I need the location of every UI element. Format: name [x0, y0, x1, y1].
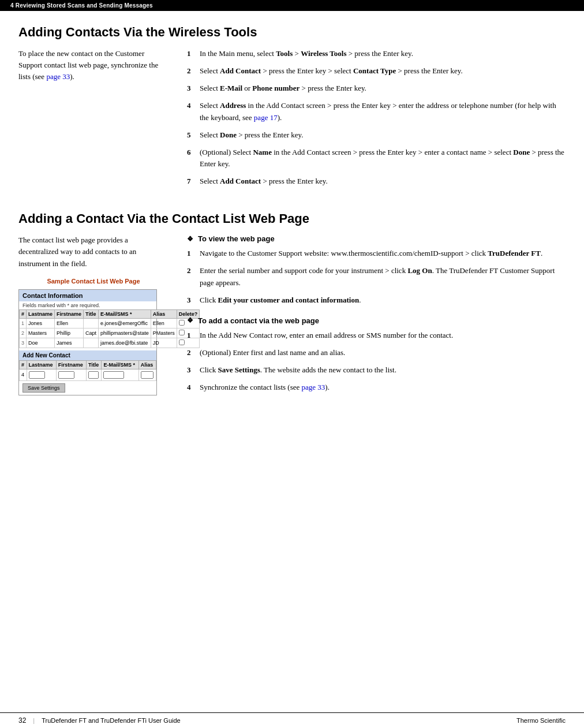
section1-left-end: ). — [70, 72, 74, 81]
col-email: E-Mail/SMS * — [99, 309, 151, 318]
add-col-email: E-Mail/SMS * — [102, 360, 138, 369]
table-row: 3 Doe James james.doe@fbi.state JD — [20, 338, 200, 348]
save-settings-button[interactable]: Save Settings — [23, 383, 65, 393]
page-header: 4 Reviewing Stored Scans and Sending Mes… — [0, 0, 584, 11]
section1-cols: To place the new contact on the Customer… — [18, 48, 566, 193]
section2-left: The contact list web page provides a dec… — [18, 234, 169, 399]
add-step-4: 4 Synchronize the contact lists (see pag… — [187, 382, 566, 393]
section2: Adding a Contact Via the Contact List We… — [18, 211, 566, 399]
view-step-1: 1 Navigate to the Customer Support websi… — [187, 248, 566, 259]
guide-title: TruDefender FT and TruDefender FTi User … — [42, 717, 180, 724]
table-row: 1 Jones Ellen e.jones@emergOffic Ellen — [20, 318, 200, 328]
step-5: 5 Select Done > press the Enter key. — [187, 129, 566, 141]
save-btn-container: Save Settings — [19, 381, 156, 395]
add-title-input[interactable] — [88, 371, 99, 379]
view-web-page-heading: To view the web page — [187, 234, 566, 243]
add-step-3: 3 Click Save Settings. The website adds … — [187, 364, 566, 376]
step-2: 2 Select Add Contact > press the Enter k… — [187, 65, 566, 77]
add-table-row: 4 — [20, 369, 156, 380]
add-contact-heading: To add a contact via the web page — [187, 316, 566, 325]
mock-caption: Sample Contact List Web Page — [18, 278, 169, 285]
col-title: Title — [84, 309, 99, 318]
view-step-3: 3 Click Edit your customer and contact i… — [187, 294, 566, 306]
content-area: Adding Contacts Via the Wireless Tools T… — [0, 11, 584, 712]
section2-right: To view the web page 1 Navigate to the C… — [187, 234, 566, 399]
col-alias: Alias — [151, 309, 177, 318]
mock-container: Sample Contact List Web Page Contact Inf… — [18, 278, 169, 395]
add-col-alias: Alias — [138, 360, 156, 369]
add-col-title: Title — [86, 360, 101, 369]
view-web-page-label: To view the web page — [198, 234, 275, 243]
header-text: 4 Reviewing Stored Scans and Sending Mes… — [10, 2, 153, 9]
col-num: # — [20, 309, 27, 318]
view-step-2: 2 Enter the serial number and support co… — [187, 265, 566, 288]
delete-checkbox-2[interactable] — [179, 330, 185, 335]
section1-left-para: To place the new contact on the Customer… — [18, 48, 169, 83]
add-email-input[interactable] — [103, 371, 124, 379]
col-firstname: Firstname — [55, 309, 84, 318]
step-1: 1 In the Main menu, select Tools > Wirel… — [187, 48, 566, 59]
mock-contact-table: # Lastname Firstname Title E-Mail/SMS * … — [19, 309, 200, 348]
add-step4-link[interactable]: page 33 — [302, 383, 325, 391]
add-col-lastname: Lastname — [27, 360, 56, 369]
step4-link[interactable]: page 17 — [254, 113, 278, 122]
section1-left-text: To place the new contact on the Customer… — [18, 49, 158, 81]
section2-title: Adding a Contact Via the Contact List We… — [18, 211, 566, 226]
table-row: 2 Masters Phillip Capt phillipmasters@st… — [20, 328, 200, 338]
delete-checkbox-3[interactable] — [179, 339, 185, 345]
step-4: 4 Select Address in the Add Contact scre… — [187, 100, 566, 123]
section1-link[interactable]: page 33 — [46, 72, 70, 81]
section1-steps: 1 In the Main menu, select Tools > Wirel… — [187, 48, 566, 187]
add-step-2: 2 (Optional) Enter first and last name a… — [187, 347, 566, 359]
add-col-num: # — [20, 360, 27, 369]
mock-required-text: Fields marked with * are required. — [19, 301, 156, 309]
section2-cols: The contact list web page provides a dec… — [18, 234, 566, 399]
add-alias-input[interactable] — [141, 371, 154, 379]
contact-list-mock: Contact Information Fields marked with *… — [18, 289, 157, 395]
page-number: 32 — [18, 716, 26, 725]
view-steps-list: 1 Navigate to the Customer Support websi… — [187, 248, 566, 306]
brand-name: Thermo Scientific — [516, 717, 566, 724]
step-6: 6 (Optional) Select Name in the Add Cont… — [187, 147, 566, 170]
delete-checkbox-1[interactable] — [179, 320, 185, 326]
mock-add-contact-header: Add New Contact — [19, 350, 156, 360]
footer-left: 32 | TruDefender FT and TruDefender FTi … — [18, 716, 181, 725]
mock-contact-info-header: Contact Information — [19, 290, 156, 301]
section2-left-para: The contact list web page provides a dec… — [18, 234, 169, 269]
step-3: 3 Select E-Mail or Phone number > press … — [187, 83, 566, 94]
step-7: 7 Select Add Contact > press the Enter k… — [187, 176, 566, 187]
col-lastname: Lastname — [27, 309, 55, 318]
section1: Adding Contacts Via the Wireless Tools T… — [18, 25, 566, 193]
section1-right: 1 In the Main menu, select Tools > Wirel… — [187, 48, 566, 193]
section1-left: To place the new contact on the Customer… — [18, 48, 169, 193]
page: 4 Reviewing Stored Scans and Sending Mes… — [0, 0, 584, 728]
section1-title: Adding Contacts Via the Wireless Tools — [18, 25, 566, 40]
mock-add-table: # Lastname Firstname Title E-Mail/SMS * … — [19, 360, 156, 381]
add-steps-list: 1 In the Add New Contact row, enter an e… — [187, 330, 566, 394]
page-footer: 32 | TruDefender FT and TruDefender FTi … — [0, 712, 584, 728]
add-firstname-input[interactable] — [58, 371, 74, 379]
add-lastname-input[interactable] — [29, 371, 45, 379]
add-contact-label: To add a contact via the web page — [198, 316, 319, 325]
add-step-1: 1 In the Add New Contact row, enter an e… — [187, 330, 566, 341]
add-col-firstname: Firstname — [56, 360, 86, 369]
